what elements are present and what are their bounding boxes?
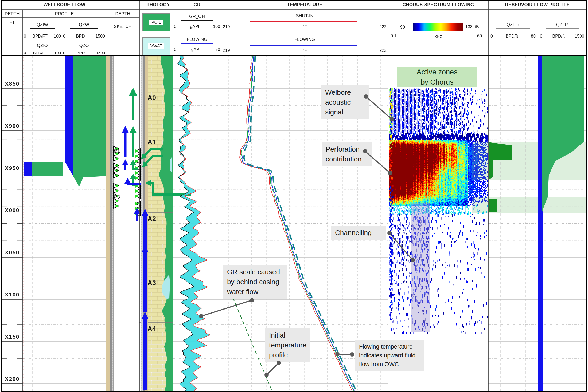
scale-unit: BPD/FT (32, 34, 48, 39)
scale-min: 0 (63, 50, 65, 55)
curve-underline-qziw (30, 28, 55, 29)
track-title-gr: GR (173, 0, 221, 10)
scale-max: 100 (213, 24, 220, 29)
scale-min: 219 (223, 48, 230, 53)
freq-unit: kHz (388, 34, 488, 39)
scale-max: 50 (215, 47, 220, 52)
legend-voil: VOIL (142, 13, 170, 31)
curve-scale-gr-flowing: 0 gAPI 50 (174, 47, 220, 52)
depth-column-title: DEPTH (2, 10, 23, 18)
track-title-reservoir: RESERVOIR FLOW PROFILE (488, 0, 586, 10)
zone-label: A0 (147, 94, 156, 102)
curve-name-qzw: QZW (62, 22, 106, 27)
zone-label: A3 (147, 279, 156, 287)
curve-name-qzo: QZO (62, 43, 106, 48)
scale-unit: °F (302, 25, 307, 29)
scale-max: 100 (54, 50, 61, 55)
depth-label: X050 (2, 249, 23, 256)
depth-unit: FT (2, 18, 23, 27)
curve-underline-qzo (70, 49, 98, 49)
scale-max: 222 (379, 25, 387, 29)
annotation-wellbore-acoustic-signal: Welbore acoustic signal (321, 85, 369, 119)
curve-underline-shut-in (250, 21, 357, 22)
curve-underline-gr-oh (181, 20, 213, 21)
scale-max: 222 (379, 48, 387, 53)
scale-max: 1500 (96, 50, 105, 55)
curve-scale-qzo: 0 BPD 1500 (63, 50, 105, 55)
annotation-initial-temperature: Initial temperature profile (265, 328, 310, 362)
perforation-label: P1 (114, 148, 120, 154)
curve-underline-qz-r (546, 28, 579, 29)
curve-scale-qzi-r: 0 BPD/ft 80 (490, 34, 536, 39)
perforation-label: P3 (114, 194, 120, 200)
annotation-flowing-temperature: Flowing temperature indicates upward flu… (355, 340, 424, 371)
depth-label: X150 (2, 334, 23, 340)
freq-max: 60 (477, 34, 488, 38)
zone-label: A4 (147, 325, 156, 333)
depth-label: X200 (2, 376, 23, 382)
colorbar-max: 133 dB (465, 25, 488, 29)
depth-label: X850 (2, 81, 23, 87)
curve-name-qz-r: QZ_R (538, 22, 586, 27)
scale-min: 0 (174, 24, 176, 29)
scale-min: 0 (63, 34, 65, 39)
colorbar-min: 90 (395, 24, 411, 30)
legend-vwat: VWAT (142, 37, 170, 55)
scale-min: 0 (24, 50, 26, 55)
perforation-label: P2 (114, 167, 119, 172)
curve-scale-qzio: 0 BPD/FT 100 (24, 50, 61, 55)
scale-min: 0 (540, 34, 542, 39)
annotation-channelling: Channelling (331, 226, 386, 240)
depth-label: X000 (2, 207, 23, 213)
colorbar (413, 23, 463, 31)
curve-name-gr-flowing: FLOWING (173, 36, 221, 42)
zone-label: A2 (147, 215, 156, 223)
scale-unit: BPD (77, 50, 85, 55)
curve-name-qzi-r: QZI_R (488, 22, 538, 27)
curve-scale-temp-flowing: 219 °F 222 (223, 47, 387, 53)
curve-scale-qz-r: 0 BPD/ft 1500 (540, 34, 584, 39)
sketch-depth-title: DEPTH (106, 10, 139, 18)
curve-name-gr-oh: GR_OH (173, 13, 221, 19)
track-title-chorus: CHORUS SPECTRUM FLOWING (388, 0, 488, 10)
curve-name-shut-in: SHUT-IN (221, 13, 388, 19)
legend-voil-label: VOIL (149, 20, 163, 25)
scale-max: 1500 (575, 34, 584, 39)
header: WELLBORE FLOW LITHOLOGY GR TEMPERATURE C… (0, 0, 588, 56)
curve-scale-shut-in: 219 °F 222 (223, 24, 387, 30)
zone-label: A1 (147, 138, 156, 146)
wellbore-profile-subtitle: PROFILE (23, 10, 106, 18)
scale-max: 1500 (95, 34, 105, 39)
annotation-perforation-contribution: Perforation contribution (322, 142, 372, 166)
depth-label: X950 (2, 165, 23, 171)
depth-label: X100 (2, 291, 23, 298)
curve-scale-qzw: 0 BPD 1500 (63, 34, 105, 39)
scale-min: 0 (490, 34, 493, 39)
curve-underline-gr-flowing (181, 43, 213, 44)
scale-unit: °F (302, 48, 307, 53)
track-title-temperature: TEMPERATURE (221, 0, 388, 10)
scale-unit: gAPI (190, 24, 199, 29)
track-title-lithology: LITHOLOGY (139, 0, 173, 10)
curve-name-temp-flowing: FLOWING (221, 36, 388, 42)
active-zones-label: Active zones by Chorus (397, 67, 477, 87)
scale-unit: BPD/ft (552, 34, 565, 39)
sketch-subtitle: SKETCH (106, 23, 139, 30)
scale-min: 219 (223, 25, 230, 29)
curve-scale-gr-oh: 0 gAPI 100 (174, 24, 220, 29)
scale-min: 0 (24, 34, 26, 39)
scale-unit: gAPI (191, 47, 201, 52)
curve-name-qziw: QZIW (23, 22, 62, 27)
curve-name-qzio: QZIO (23, 43, 62, 48)
track-title-wellbore-flow: WELLBORE FLOW (23, 0, 106, 10)
well-log-display: WELLBORE FLOW LITHOLOGY GR TEMPERATURE C… (0, 0, 588, 392)
legend-vwat-label: VWAT (148, 43, 164, 49)
curve-underline-qzw (70, 28, 98, 29)
scale-min: 0 (174, 47, 176, 52)
curve-underline-qzi-r (496, 28, 530, 29)
scale-max: 100 (54, 34, 61, 39)
annotation-gr-scale: GR scale caused by behind casing water f… (223, 265, 287, 299)
scale-max: 80 (531, 34, 536, 39)
scale-unit: BPD (76, 34, 85, 39)
depth-label: X900 (2, 123, 23, 129)
